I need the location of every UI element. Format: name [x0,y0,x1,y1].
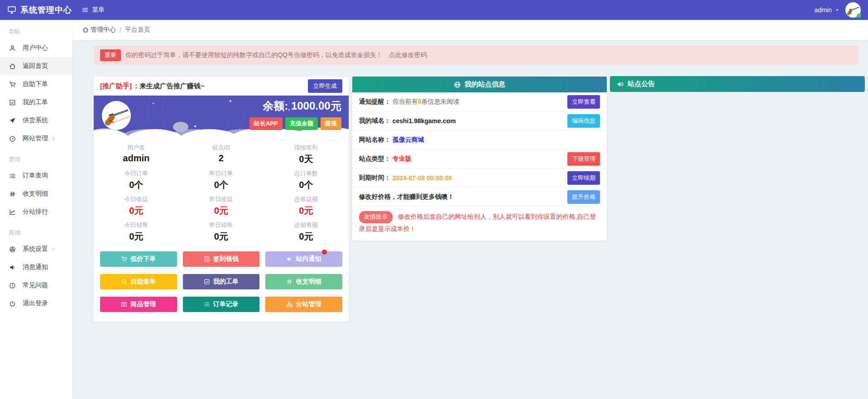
price-tip-action-button[interactable]: 提升价格 [567,190,600,204]
announcement-panel: 站点公告 [610,76,865,92]
balance-banner: ✦ 98KGame.com 余额: [94,96,349,136]
sitemap-icon [286,301,293,308]
quick-btn-label: 收支明细 [296,278,321,286]
site-info-header: 我的站点信息 [352,77,607,92]
sidebar-item-label: 系统设置 [23,245,48,253]
domain-action-button[interactable]: 编辑信息 [567,114,600,128]
sidebar-item-my-tickets[interactable]: 我的工单 [0,93,72,111]
top-header: 系统管理中心 菜单 admin [0,0,868,20]
row-label: 网站名称： [359,136,391,144]
sidebar: 导航用户中心返回首页自助下单我的工单供货系统网站管理查询订单查询收支明细分站排行… [0,20,72,399]
quick-btn-label: 商品管理 [130,300,156,308]
site-type-action-button[interactable]: 下级管理 [567,152,600,166]
stat-value: 0元 [179,205,264,217]
row-label: 修改好价格，才能赚到更多钱噢！ [359,193,454,201]
sidebar-item-system-settings[interactable]: 系统设置 [0,240,72,258]
stat-value: 0元 [94,205,179,217]
change-password-link[interactable]: 点此修改密码 [389,51,427,59]
row-value: 孤傲云商城 [393,136,424,144]
sidebar-item-logout[interactable]: 退出登录 [0,294,72,312]
stat-cell: 总销售额0元 [264,217,349,243]
site-name-link[interactable]: 孤傲云商城 [393,136,424,143]
list-alt-icon [121,301,127,308]
finance-detail-button[interactable]: 收支明细 [265,274,342,289]
generate-ad-button[interactable]: 立即生成 [308,79,342,93]
sidebar-item-site-manage[interactable]: 网站管理 [0,130,72,148]
speaker-icon [617,81,624,88]
sidebar-item-label: 常见问题 [23,281,48,289]
sidebar-item-supply-system[interactable]: 供货系统 [0,111,72,130]
app-logo[interactable]: 系统管理中心 [0,0,72,20]
paper-plane-icon [9,117,16,124]
site-info-row-expire-time: 到期时间：2024-07-08 00:00:00立即续期 [352,168,607,187]
sidebar-item-order-query[interactable]: 订单查询 [0,167,72,185]
goods-manage-button[interactable]: 商品管理 [100,297,177,312]
stat-cell: 连续签到0天 [264,140,349,166]
quick-btn-label: 签到领钱 [213,255,239,263]
list-icon [9,173,16,179]
site-info-row-site-type: 站点类型：专业版下级管理 [352,149,607,168]
sidebar-item-faq[interactable]: 常见问题 [0,276,72,294]
list-icon [204,301,210,308]
sidebar-item-back-home[interactable]: 返回首页 [0,57,72,75]
sidebar-item-label: 返回首页 [23,62,48,70]
sidebar-item-finance-detail[interactable]: 收支明细 [0,185,72,203]
substation-manage-button[interactable]: 分站管理 [265,297,342,312]
breadcrumb-separator: / [120,26,121,34]
row-label: 我的域名： [359,117,391,125]
exclamation-circle-icon [9,282,16,289]
balance-label: 余额: [263,100,288,112]
site-notice-button[interactable]: 站内通知 [265,251,342,267]
sidebar-item-message-notice[interactable]: 消息通知 [0,258,72,276]
stat-value: admin [94,153,179,163]
quick-btn-label: 我的工单 [213,278,239,286]
quick-btn-label: 自助查单 [130,278,156,286]
sidebar-section-label: 其他 [0,221,72,240]
quick-buttons-grid: 低价下单签到领钱站内通知自助查单我的工单收支明细商品管理订单记录分站管理 [94,245,349,322]
recharge-balance-button[interactable]: 充值余额 [285,117,318,130]
expire-time-action-button[interactable]: 立即续期 [567,171,600,185]
row-value-part: 条信息未阅读 [421,98,459,105]
sidebar-item-substation-rank[interactable]: 分站排行 [0,203,72,221]
sign-in-reward-button[interactable]: 签到领钱 [183,251,260,267]
breadcrumb-root[interactable]: 管理中心 [91,26,116,34]
stat-value: 0个 [264,179,349,191]
site-info-title: 我的站点信息 [465,80,505,89]
site-info-panel: 我的站点信息 通知提醒：你当前有0条信息未阅读立即查看我的域名：ceshi1.9… [352,76,608,241]
order-records-button[interactable]: 订单记录 [183,297,260,312]
hashtag-icon [286,279,293,285]
row-value: 专业版 [393,155,412,163]
webmaster-app-button[interactable]: 站长APP [249,117,283,130]
user-menu[interactable]: admin [815,6,840,14]
home-icon [82,27,89,33]
sidebar-item-label: 订单查询 [23,172,48,180]
announcement-title: 站点公告 [628,80,655,88]
stat-cell: 今日订单0个 [94,166,179,192]
avatar[interactable] [845,2,861,18]
sidebar-item-label: 退出登录 [23,299,48,308]
sidebar-item-user-center[interactable]: 用户中心 [0,39,72,57]
menu-toggle-button[interactable]: 菜单 [72,0,114,20]
my-tickets-button[interactable]: 我的工单 [183,274,260,289]
self-query-button[interactable]: 自助查单 [100,274,177,289]
bars-icon [82,6,89,14]
friendly-tip-note: 友情提示 修改价格后发自己的网址给别人，别人就可以看到你设置的价格,自己登录后是… [352,207,607,240]
withdraw-button[interactable]: 提现 [321,117,341,130]
chevron-right-icon [50,136,57,141]
notify-action-button[interactable]: 立即查看 [567,95,600,109]
sidebar-item-label: 我的工单 [23,98,48,106]
stat-label: 站点ID [179,144,264,152]
cart-icon [9,81,16,88]
row-value: 2024-07-08 00:00:00 [393,174,452,182]
row-value: 你当前有0条信息未阅读 [393,98,460,106]
site-info-row-price-tip: 修改好价格，才能赚到更多钱噢！提升价格 [352,187,607,207]
compass-icon [9,135,16,142]
low-price-order-button[interactable]: 低价下单 [100,251,177,267]
sidebar-item-label: 自助下单 [23,80,48,88]
sidebar-item-self-order[interactable]: 自助下单 [0,75,72,93]
stat-label: 总订单数 [264,169,349,178]
row-value-part: 你当前有 [393,98,418,105]
row-value-part: ceshi1.98kgame.com [393,117,456,125]
check-square-icon [204,256,210,262]
row-label: 通知提醒： [359,98,391,106]
